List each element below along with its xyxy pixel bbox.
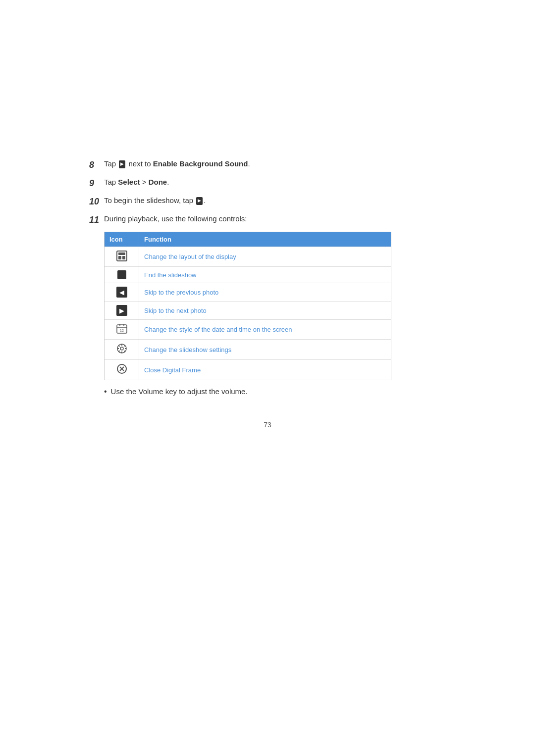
close-function: Close Digital Frame: [139, 360, 391, 380]
settings-icon: [116, 343, 127, 356]
step-10-text: To begin the slideshow, tap ▶.: [104, 195, 206, 206]
step-9-text: Tap Select > Done.: [104, 177, 169, 188]
close-icon-cell: [105, 360, 139, 380]
table-row: ◀ Skip to the previous photo: [105, 283, 391, 301]
step-11: 11 During playback, use the following co…: [89, 213, 446, 227]
next-function: Skip to the next photo: [139, 302, 391, 319]
datetime-icon: 12: [116, 323, 127, 336]
stop-function: End the slideshow: [139, 267, 391, 283]
datetime-function: Change the style of the date and time on…: [139, 320, 391, 339]
datetime-icon-cell: 12: [105, 320, 139, 339]
table-row: End the slideshow: [105, 266, 391, 283]
bullet-dot: •: [104, 387, 107, 396]
bullet-text: Use the Volume key to adjust the volume.: [111, 387, 248, 396]
step-9-select: Select: [118, 178, 140, 186]
next-icon: ▶: [116, 305, 127, 316]
step-10-number: 10: [89, 195, 104, 208]
svg-text:12: 12: [120, 329, 124, 332]
settings-function: Change the slideshow settings: [139, 340, 391, 359]
prev-function: Skip to the previous photo: [139, 283, 391, 301]
stop-icon-cell: [105, 267, 139, 283]
svg-line-16: [124, 351, 125, 352]
header-icon-col: Icon: [105, 232, 139, 247]
layout-function: Change the layout of the display: [139, 247, 391, 266]
step-11-text: During playback, use the following contr…: [104, 213, 247, 225]
header-function-col: Function: [139, 232, 391, 247]
close-icon: [116, 363, 127, 376]
svg-line-15: [118, 346, 119, 347]
layout-icon-cell: [105, 247, 139, 266]
step-8-text: Tap ▶ next to Enable Background Sound.: [104, 158, 250, 170]
page-container: 8 Tap ▶ next to Enable Background Sound.…: [0, 0, 535, 528]
step-9: 9 Tap Select > Done.: [89, 177, 446, 190]
stop-icon: [117, 270, 126, 279]
table-row: Close Digital Frame: [105, 359, 391, 380]
svg-point-10: [120, 347, 123, 350]
table-row: Change the slideshow settings: [105, 339, 391, 359]
table-header: Icon Function: [105, 232, 391, 247]
step-8-number: 8: [89, 158, 104, 172]
step-8: 8 Tap ▶ next to Enable Background Sound.: [89, 158, 446, 172]
page-number: 73: [89, 421, 446, 429]
table-row: Change the layout of the display: [105, 247, 391, 266]
layout-icon: [116, 251, 127, 263]
next-icon-cell: ▶: [105, 302, 139, 319]
step-11-number: 11: [89, 213, 104, 227]
play-icon: ▶: [196, 197, 203, 205]
svg-rect-1: [118, 252, 125, 255]
prev-icon-cell: ◀: [105, 283, 139, 301]
table-row: ▶ Skip to the next photo: [105, 301, 391, 319]
svg-line-17: [124, 346, 125, 347]
step-10: 10 To begin the slideshow, tap ▶.: [89, 195, 446, 208]
svg-rect-2: [118, 256, 121, 259]
step-8-bold: Enable Background Sound: [153, 159, 248, 168]
svg-rect-3: [122, 256, 125, 259]
table-row: 12 Change the style of the date and time…: [105, 319, 391, 339]
controls-table: Icon Function Change the layout of the d…: [104, 232, 391, 380]
prev-icon: ◀: [116, 287, 127, 298]
background-sound-icon: ▶: [119, 160, 125, 168]
step-9-done: Done: [149, 178, 167, 186]
step-9-number: 9: [89, 177, 104, 190]
bullet-item: • Use the Volume key to adjust the volum…: [104, 387, 446, 396]
svg-line-18: [118, 351, 119, 352]
settings-icon-cell: [105, 340, 139, 359]
